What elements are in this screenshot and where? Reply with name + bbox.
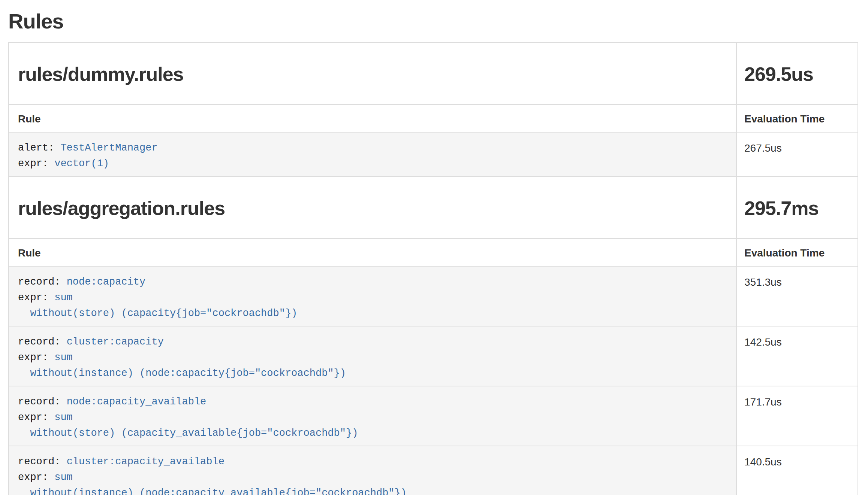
rule-expression-link[interactable]: vector(1)	[54, 158, 109, 169]
rule-field-key: alert:	[18, 142, 54, 154]
rule-expression-link[interactable]: sum	[54, 412, 73, 423]
rule-expression-link[interactable]: cluster:capacity	[67, 336, 164, 347]
rule-expression-link[interactable]: without(instance) (node:capacity_availab…	[18, 488, 407, 495]
rule-field-key: record:	[18, 396, 60, 407]
rule-expression-link[interactable]: sum	[54, 472, 73, 483]
column-header-rule: Rule	[9, 104, 736, 132]
rule-group-file-name: rules/dummy.rules	[18, 64, 727, 85]
rule-text	[60, 336, 66, 347]
rule-expression-link[interactable]: cluster:capacity_available	[67, 456, 224, 467]
rule-definition: record: node:capacity_available expr: su…	[9, 386, 736, 446]
rule-group-file-cell: rules/dummy.rules	[9, 42, 736, 104]
column-header-rule: Rule	[9, 239, 736, 266]
rule-field-key: expr:	[18, 412, 48, 423]
rule-group-file-cell: rules/aggregation.rules	[9, 176, 736, 239]
rule-expression-link[interactable]: sum	[54, 292, 73, 303]
rule-definition: record: cluster:capacity expr: sum witho…	[9, 327, 736, 386]
rule-field-key: record:	[18, 456, 60, 467]
rule-text	[60, 276, 66, 288]
rule-field-key: expr:	[18, 292, 48, 303]
rule-evaluation-time: 351.3us	[736, 266, 858, 326]
rule-definition: alert: TestAlertManager expr: vector(1)	[9, 133, 736, 176]
rule-field-key: expr:	[18, 158, 48, 169]
rule-text	[48, 472, 54, 483]
rule-field-key: expr:	[18, 472, 48, 483]
rule-evaluation-time: 171.7us	[736, 386, 858, 446]
rule-group-evaluation-cell: 295.7ms	[736, 176, 858, 239]
column-header-evaluation-time: Evaluation Time	[736, 104, 858, 132]
rule-definition: record: node:capacity expr: sum without(…	[9, 267, 736, 326]
rule-row: record: cluster:capacity_available expr:…	[9, 446, 858, 495]
rule-cell: record: node:capacity_available expr: su…	[9, 386, 736, 446]
rule-expression-link[interactable]: without(instance) (node:capacity{job="co…	[18, 368, 346, 379]
rule-group-header-row: rules/aggregation.rules 295.7ms	[9, 176, 858, 239]
rule-text	[48, 292, 54, 303]
rule-evaluation-time: 140.5us	[736, 446, 858, 495]
rule-row: record: node:capacity expr: sum without(…	[9, 266, 858, 326]
rule-group-evaluation-time: 269.5us	[744, 64, 849, 85]
rule-text	[48, 412, 54, 423]
rules-page: Rules rules/dummy.rules 269.5us Rule Eva…	[0, 10, 868, 495]
rule-field-key: record:	[18, 336, 60, 347]
rule-expression-link[interactable]: without(store) (capacity{job="cockroachd…	[18, 308, 297, 319]
rule-group-evaluation-cell: 269.5us	[736, 42, 858, 104]
rule-expression-link[interactable]: node:capacity	[67, 276, 146, 288]
rule-text	[48, 158, 54, 169]
rule-field-key: expr:	[18, 352, 48, 363]
rule-field-key: record:	[18, 276, 60, 288]
column-header-row: Rule Evaluation Time	[9, 239, 858, 266]
rule-row: record: cluster:capacity expr: sum witho…	[9, 326, 858, 386]
rule-text	[60, 456, 66, 467]
rule-text	[60, 396, 66, 407]
rule-row: record: node:capacity_available expr: su…	[9, 386, 858, 446]
rule-expression-link[interactable]: TestAlertManager	[60, 142, 157, 154]
page-title: Rules	[8, 10, 858, 33]
rules-table: rules/dummy.rules 269.5us Rule Evaluatio…	[8, 42, 858, 495]
rule-cell: record: cluster:capacity expr: sum witho…	[9, 326, 736, 386]
rule-row: alert: TestAlertManager expr: vector(1) …	[9, 132, 858, 176]
rule-group-file-name: rules/aggregation.rules	[18, 198, 727, 219]
rule-expression-link[interactable]: sum	[54, 352, 73, 363]
rule-text	[54, 142, 60, 154]
rule-group-header-row: rules/dummy.rules 269.5us	[9, 42, 858, 104]
rules-table-body: rules/dummy.rules 269.5us Rule Evaluatio…	[9, 42, 858, 495]
rule-expression-link[interactable]: node:capacity_available	[67, 396, 207, 407]
rule-group-evaluation-time: 295.7ms	[744, 198, 849, 219]
rule-expression-link[interactable]: without(store) (capacity_available{job="…	[18, 428, 358, 439]
rule-definition: record: cluster:capacity_available expr:…	[9, 446, 736, 495]
column-header-row: Rule Evaluation Time	[9, 104, 858, 132]
rule-evaluation-time: 142.5us	[736, 326, 858, 386]
rule-text	[48, 352, 54, 363]
rule-cell: record: cluster:capacity_available expr:…	[9, 446, 736, 495]
rule-cell: record: node:capacity expr: sum without(…	[9, 266, 736, 326]
rule-cell: alert: TestAlertManager expr: vector(1)	[9, 132, 736, 176]
column-header-evaluation-time: Evaluation Time	[736, 239, 858, 266]
rule-evaluation-time: 267.5us	[736, 132, 858, 176]
